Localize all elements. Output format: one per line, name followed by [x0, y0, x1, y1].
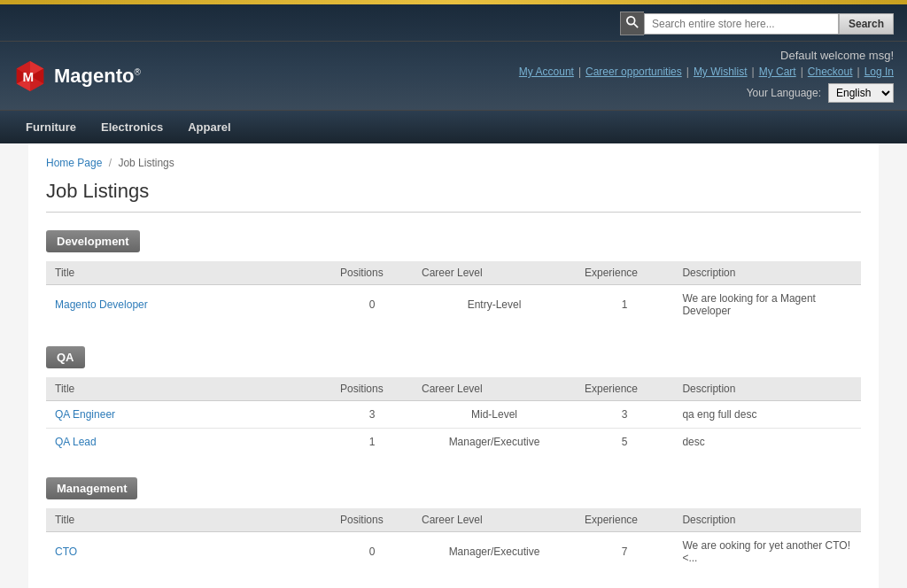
section-qa: QATitlePositionsCareer LevelExperienceDe…	[46, 346, 861, 455]
table-row: CTO0Manager/Executive7We are ooking for …	[46, 532, 861, 572]
th-career-level: Career Level	[413, 508, 576, 532]
job-description: qa eng full desc	[673, 401, 861, 429]
page-wrapper: Search M	[0, 0, 907, 588]
login-link[interactable]: Log In	[864, 66, 894, 78]
th-experience: Experience	[576, 261, 673, 285]
section-header-qa: QA	[46, 346, 85, 368]
section-header-management: Management	[46, 477, 137, 499]
job-title-link[interactable]: Magento Developer	[55, 298, 148, 311]
welcome-message: Default welcome msg!	[519, 49, 894, 62]
table-row: QA Engineer3Mid-Level3qa eng full desc	[46, 401, 861, 429]
job-career-level: Entry-Level	[413, 285, 576, 325]
svg-point-0	[627, 17, 635, 25]
job-career-level: Manager/Executive	[413, 532, 576, 572]
job-experience: 5	[576, 429, 673, 456]
th-positions: Positions	[331, 508, 413, 532]
section-development: DevelopmentTitlePositionsCareer LevelExp…	[46, 230, 861, 324]
career-link[interactable]: Career opportunities	[585, 66, 682, 78]
th-positions: Positions	[331, 377, 413, 401]
breadcrumb: Home Page / Job Listings	[46, 157, 861, 169]
job-career-level: Mid-Level	[413, 401, 576, 429]
job-table-development: TitlePositionsCareer LevelExperienceDesc…	[46, 261, 861, 324]
section-management: ManagementTitlePositionsCareer LevelExpe…	[46, 477, 861, 571]
th-title: Title	[46, 261, 331, 285]
job-positions: 0	[331, 532, 413, 572]
inner-bg: Search M	[0, 0, 907, 588]
wishlist-link[interactable]: My Wishlist	[694, 66, 748, 78]
logo-text: Magento®	[54, 65, 141, 88]
page-title: Job Listings	[46, 180, 861, 213]
job-experience: 1	[576, 285, 673, 325]
svg-line-1	[634, 24, 638, 27]
th-experience: Experience	[576, 377, 673, 401]
job-positions: 1	[331, 429, 413, 456]
th-title: Title	[46, 508, 331, 532]
nav-furniture[interactable]: Furniture	[13, 112, 89, 143]
th-positions: Positions	[331, 261, 413, 285]
th-career-level: Career Level	[413, 377, 576, 401]
job-positions: 3	[331, 401, 413, 429]
job-experience: 3	[576, 401, 673, 429]
job-title-link[interactable]: QA Lead	[55, 436, 97, 448]
magento-logo-icon: M	[13, 59, 47, 93]
nav-electronics[interactable]: Electronics	[89, 112, 175, 143]
nav-apparel[interactable]: Apparel	[175, 112, 243, 143]
language-row: Your Language: English French German Spa…	[519, 83, 894, 103]
language-select[interactable]: English French German Spanish	[828, 83, 894, 103]
section-header-development: Development	[46, 230, 140, 252]
breadcrumb-current: Job Listings	[118, 157, 174, 169]
th-description: Description	[673, 508, 861, 532]
logo-nav-row: M Magento® Default welcome msg! My Accou…	[0, 42, 907, 110]
search-row: Search	[0, 4, 907, 42]
search-button[interactable]: Search	[839, 13, 894, 35]
job-title-link[interactable]: CTO	[55, 545, 77, 558]
job-title-link[interactable]: QA Engineer	[55, 408, 115, 421]
table-row: QA Lead1Manager/Executive5desc	[46, 429, 861, 456]
svg-text:M: M	[22, 68, 34, 83]
cart-link[interactable]: My Cart	[759, 66, 796, 78]
search-icon	[620, 12, 644, 35]
logo: M Magento®	[13, 59, 141, 93]
job-positions: 0	[331, 285, 413, 325]
job-table-management: TitlePositionsCareer LevelExperienceDesc…	[46, 508, 861, 571]
main-content: Home Page / Job Listings Job Listings De…	[28, 143, 879, 588]
job-experience: 7	[576, 532, 673, 572]
table-row: Magento Developer0Entry-Level1We are loo…	[46, 285, 861, 325]
header-right: Default welcome msg! My Account | Career…	[519, 49, 894, 103]
header: Search M	[0, 4, 907, 110]
th-description: Description	[673, 261, 861, 285]
language-label: Your Language:	[747, 87, 821, 99]
checkout-link[interactable]: Checkout	[808, 66, 853, 78]
search-wrapper: Search	[620, 12, 894, 35]
search-svg-icon	[626, 16, 639, 28]
job-career-level: Manager/Executive	[413, 429, 576, 456]
job-table-qa: TitlePositionsCareer LevelExperienceDesc…	[46, 377, 861, 455]
my-account-link[interactable]: My Account	[519, 66, 574, 78]
content-wrap: Home Page / Job Listings Job Listings De…	[0, 143, 907, 588]
job-description: We are looking for a Magent Developer	[673, 285, 861, 325]
job-description: desc	[673, 429, 861, 456]
th-title: Title	[46, 377, 331, 401]
header-links: My Account | Career opportunities | My W…	[519, 66, 894, 78]
sections-container: DevelopmentTitlePositionsCareer LevelExp…	[46, 230, 861, 571]
th-description: Description	[673, 377, 861, 401]
job-description: We are ooking for yet another CTO! <...	[673, 532, 861, 572]
main-nav: Furniture Electronics Apparel	[0, 110, 907, 143]
th-career-level: Career Level	[413, 261, 576, 285]
search-input[interactable]	[644, 13, 839, 35]
th-experience: Experience	[576, 508, 673, 532]
breadcrumb-home[interactable]: Home Page	[46, 157, 102, 169]
